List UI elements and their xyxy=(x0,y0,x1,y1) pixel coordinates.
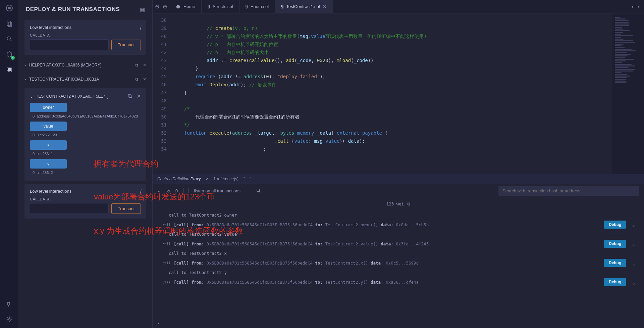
tx-value: 123 wei xyxy=(386,201,404,207)
check-badge-icon: ✓ xyxy=(11,56,15,60)
debug-button[interactable]: Debug xyxy=(604,259,626,267)
chevron-right-icon: › xyxy=(24,63,26,67)
transact-button[interactable]: Transact xyxy=(111,40,141,50)
home-icon xyxy=(175,4,181,9)
minimap[interactable] xyxy=(612,13,644,174)
close-icon[interactable]: ✕ xyxy=(143,63,146,67)
call-badge: call xyxy=(159,261,170,265)
instance-name: TESTCONTRACT1 AT 0X3AD...00B1A xyxy=(29,77,99,82)
svg-point-7 xyxy=(176,5,180,8)
calldata-input[interactable] xyxy=(30,203,109,214)
function-button[interactable]: x xyxy=(30,140,67,150)
close-icon[interactable]: ✕ xyxy=(137,93,141,99)
chevron-down-icon[interactable]: ⌄ xyxy=(629,260,638,266)
instance-name: HELPER AT 0X0FC...9A836 (MEMORY) xyxy=(29,63,101,67)
svg-line-5 xyxy=(10,40,11,41)
calldata-label: CALLDATA xyxy=(30,197,141,201)
panel-menu-icon[interactable]: ▦ xyxy=(140,6,145,13)
svg-rect-3 xyxy=(8,22,11,27)
close-icon[interactable]: ✕ xyxy=(323,4,327,9)
log-text: call to TestContract2.x xyxy=(159,250,638,257)
call-badge: call xyxy=(159,280,170,284)
code-editor[interactable]: 3839404142434445464748495051525354 // cr… xyxy=(153,13,612,174)
clear-icon[interactable]: ⊘ xyxy=(166,188,170,193)
debug-button[interactable]: Debug xyxy=(604,221,626,229)
copy-icon[interactable]: ⧉ xyxy=(407,201,410,207)
chevron-down-icon[interactable]: ⌄ xyxy=(629,222,638,228)
terminal-prompt-icon[interactable]: › xyxy=(157,320,159,326)
debug-button[interactable]: Debug xyxy=(604,240,626,248)
function-output: 0: uint256: 123 xyxy=(33,133,141,137)
function-output: 0: uint256: 1 xyxy=(33,152,141,156)
remix-logo-icon[interactable] xyxy=(5,4,13,12)
contract-instance[interactable]: ›TESTCONTRACT1 AT 0X3AD...00B1A ⧉✕ xyxy=(18,72,152,86)
function-output: 0: uint256: 2 xyxy=(33,171,141,175)
call-badge: call xyxy=(159,242,170,246)
listen-checkbox[interactable] xyxy=(183,188,189,193)
function-button[interactable]: owner xyxy=(30,103,67,112)
tab-label: Enum.sol xyxy=(251,4,269,9)
low-level-title: Low level interactions xyxy=(30,189,141,194)
terminal: ⌄ ⊘ 0 listen on all transactions 123 wei… xyxy=(153,184,644,328)
code-content[interactable]: // create(v, p, n) // v = 部署合约发送的以太坊主币的数… xyxy=(173,13,612,174)
copy-icon[interactable]: ⧉ xyxy=(135,63,138,67)
chevron-down-icon[interactable]: ⌄ xyxy=(629,241,638,247)
chevron-down-icon[interactable]: ⌄ xyxy=(629,279,638,285)
file-explorer-icon[interactable] xyxy=(5,19,13,28)
collapse-icon[interactable]: ⌄ xyxy=(157,188,161,193)
function-output: 0: address: 0xddaAd340b0f1Ef65169Ae5E41A… xyxy=(33,114,141,118)
log-call-row: call [call] from: 0x5B38Da6a701c568545dC… xyxy=(159,257,638,269)
svg-point-6 xyxy=(8,319,10,320)
log-call-row: call [call] from: 0x5B38Da6a701c568545dC… xyxy=(159,276,638,288)
goto-icon[interactable]: ↗ xyxy=(205,177,209,181)
contract-instance-expanded: ⌄TESTCONTRACT2 AT 0XEA0...F5E17 ( ⧉✕ own… xyxy=(24,88,146,181)
instance-name: TESTCONTRACT2 AT 0XEA0...F5E17 ( xyxy=(36,94,108,99)
calldata-input[interactable] xyxy=(30,39,109,50)
terminal-search-input[interactable] xyxy=(498,186,639,196)
svg-point-8 xyxy=(257,189,260,192)
tab-label: Home xyxy=(183,4,195,9)
activity-bar: ✓ xyxy=(0,0,18,328)
log-text: call to TestContract2.value xyxy=(159,231,638,238)
compiler-icon[interactable]: ✓ xyxy=(5,50,13,58)
debug-button[interactable]: Debug xyxy=(604,278,626,286)
panel-title: DEPLOY & RUN TRANSACTIONS xyxy=(26,6,120,13)
editor-breadcrumb: ContractDefinition Proxy ↗ 1 reference(s… xyxy=(153,174,644,184)
low-level-section: i Low level interactions CALLDATA Transa… xyxy=(24,20,146,55)
tab-structs-sol[interactable]: §Structs.sol xyxy=(202,0,239,13)
ref-down-icon[interactable]: ˅ xyxy=(250,177,252,181)
log-call-row: call [call] from: 0x5B38Da6a701c568545dC… xyxy=(159,219,638,231)
settings-icon[interactable] xyxy=(5,315,13,323)
svg-point-4 xyxy=(7,37,10,40)
tab-label: TestContract1.sol xyxy=(286,4,320,9)
ref-up-icon[interactable]: ˄ xyxy=(243,177,245,181)
copy-icon[interactable]: ⧉ xyxy=(128,93,132,99)
info-icon[interactable]: i xyxy=(140,25,142,31)
zoom-out-icon[interactable]: ⊖ xyxy=(155,3,159,10)
chevron-down-icon[interactable]: ⌄ xyxy=(30,94,33,99)
copy-icon[interactable]: ⧉ xyxy=(135,77,138,82)
close-icon[interactable]: ✕ xyxy=(143,77,146,82)
pending-count: 0 xyxy=(175,188,178,193)
tab-testcontract1-sol[interactable]: §TestContract1.sol✕ xyxy=(275,0,333,13)
search-icon[interactable] xyxy=(5,35,13,43)
function-button[interactable]: y xyxy=(30,159,67,169)
zoom-in-icon[interactable]: ⊕ xyxy=(163,3,167,10)
listen-label: listen on all transactions xyxy=(194,188,240,193)
transact-button[interactable]: Transact xyxy=(111,203,141,214)
tab-label: Structs.sol xyxy=(213,4,233,9)
expand-icon[interactable]: ⟷ xyxy=(627,3,644,10)
svg-rect-2 xyxy=(7,21,10,26)
plugin-icon[interactable] xyxy=(5,300,13,308)
low-level-title: Low level interactions xyxy=(30,25,141,30)
contract-instance[interactable]: ›HELPER AT 0X0FC...9A836 (MEMORY) ⧉✕ xyxy=(18,58,152,72)
search-icon[interactable] xyxy=(256,188,261,193)
function-button[interactable]: value xyxy=(30,122,67,131)
svg-point-1 xyxy=(8,7,11,9)
info-icon[interactable]: i xyxy=(140,189,142,195)
deploy-icon[interactable] xyxy=(5,66,13,74)
tab-enum-sol[interactable]: §Enum.sol xyxy=(239,0,275,13)
sol-icon: § xyxy=(281,4,283,9)
tab-home[interactable]: Home xyxy=(169,0,202,13)
line-gutter: 3839404142434445464748495051525354 xyxy=(153,13,173,174)
